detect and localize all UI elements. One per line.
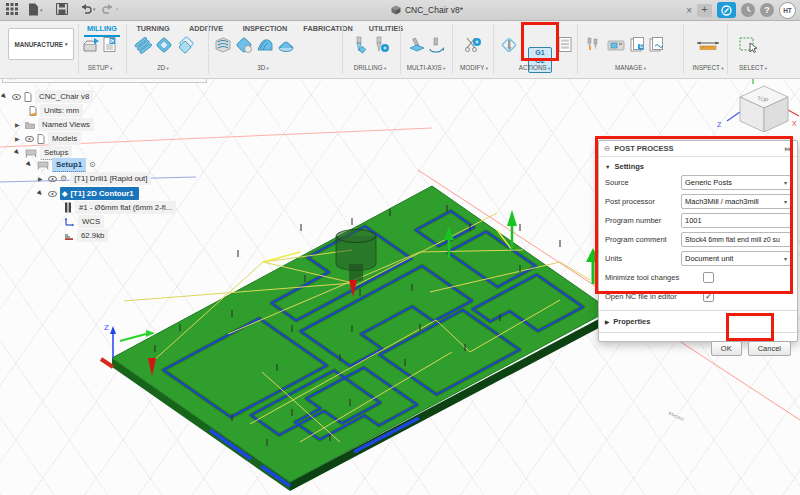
group-label-actions[interactable]: ACTIONS — [512, 64, 557, 71]
2d-pocket-icon[interactable] — [155, 36, 173, 54]
document-tab[interactable]: CNC_Chair v8* — [352, 0, 502, 20]
machine-library-icon[interactable] — [606, 36, 626, 54]
group-label-multi-axis[interactable]: MULTI-AXIS — [402, 64, 450, 71]
user-avatar[interactable]: HT — [779, 2, 796, 19]
tab-utilities[interactable]: UTILITIES — [364, 22, 408, 35]
group-label-select[interactable]: SELECT — [733, 64, 773, 71]
2d-face-icon[interactable] — [134, 36, 152, 54]
dialog-header[interactable]: ⊖ POST PROCESS ▸▸ — [599, 141, 797, 157]
collapsed-caret-icon[interactable]: ▶ — [38, 175, 45, 182]
patterns-icon[interactable] — [648, 36, 664, 54]
tab-milling[interactable]: MILLING — [84, 22, 120, 37]
visibility-eye-icon[interactable] — [48, 191, 57, 197]
tree-label[interactable]: WCS — [78, 215, 104, 228]
minimize-tool-changes-checkbox[interactable] — [703, 272, 714, 283]
group-label-manage[interactable]: MANAGE — [608, 64, 653, 71]
dialog-footer: OK Cancel — [599, 337, 797, 360]
collapse-dialog-icon[interactable]: ▸▸ — [785, 145, 792, 153]
group-label-drilling[interactable]: DRILLING — [346, 64, 394, 71]
nc-editor-icon[interactable] — [557, 36, 573, 54]
tree-row-models[interactable]: ▶ Models — [15, 132, 81, 145]
workspace-selector[interactable]: MANUFACTURE — [8, 28, 74, 60]
expand-caret-icon[interactable]: ▶ — [14, 148, 24, 158]
tree-row-drill1[interactable]: ▶ ⚙ [T1] Drill1 [Rapid out] — [38, 172, 151, 185]
simulate-icon[interactable] — [500, 36, 518, 54]
job-status-clock-icon[interactable] — [741, 3, 755, 17]
program-number-input[interactable]: 1001 — [681, 213, 791, 228]
tree-row-setup1[interactable]: ▶ Setup1 ⊙ — [27, 158, 96, 171]
select-icon[interactable] — [738, 36, 760, 54]
tree-label[interactable]: 62.9kb — [77, 229, 108, 242]
collapsed-caret-icon[interactable]: ▶ — [15, 135, 22, 142]
expand-caret-icon[interactable]: ▶ — [1, 92, 11, 102]
ok-button[interactable]: OK — [711, 341, 742, 356]
tree-row-wcs[interactable]: WCS — [64, 215, 104, 228]
group-label-2d[interactable]: 2D — [148, 64, 178, 71]
redo-icon[interactable]: ▾ — [102, 3, 119, 14]
undo-icon[interactable]: ▾ — [79, 3, 96, 14]
active-setup-radio-icon[interactable]: ⊙ — [89, 160, 96, 169]
visibility-eye-icon[interactable] — [25, 136, 34, 142]
expand-caret-icon[interactable]: ▶ — [26, 160, 36, 170]
help-icon[interactable]: ? — [760, 3, 774, 17]
source-select[interactable]: Generic Posts — [681, 175, 791, 190]
tab-turning[interactable]: TURNING — [134, 22, 172, 35]
2d-chamfer-icon[interactable] — [176, 36, 194, 54]
3d-spiral-icon[interactable] — [277, 36, 295, 54]
tool-library-icon[interactable] — [585, 36, 603, 54]
document-title: CNC_Chair v8* — [405, 5, 463, 15]
trim-toolpath-icon[interactable] — [463, 36, 483, 54]
group-label-setup[interactable]: SETUP — [80, 64, 120, 71]
tree-row-named-views[interactable]: ▶ Named Views — [15, 118, 94, 131]
swarf-icon[interactable] — [408, 36, 426, 54]
tree-row-2d-contour1[interactable]: ▶ ◆ [T1] 2D Contour1 — [38, 187, 139, 200]
app-grid-icon[interactable] — [6, 3, 18, 15]
tab-fabrication[interactable]: FABRICATION — [302, 22, 354, 35]
dialog-menu-icon[interactable]: ⊖ — [604, 144, 610, 153]
tree-label[interactable]: CNC_Chair v8 — [35, 90, 93, 103]
settings-section-header[interactable]: ▼ Settings — [599, 157, 797, 173]
cancel-button[interactable]: Cancel — [748, 341, 791, 356]
group-label-modify[interactable]: MODIFY — [454, 64, 494, 71]
save-icon[interactable] — [56, 3, 68, 15]
tree-row-units[interactable]: Units: mm — [29, 104, 83, 117]
properties-section-header[interactable]: ▶ Properties — [599, 315, 797, 328]
program-comment-input[interactable]: Stock4 6mm flat end mill z0 su — [681, 232, 791, 247]
post-processor-select[interactable]: Mach3Mill / mach3mill — [681, 194, 791, 209]
templates-icon[interactable]: G — [629, 36, 645, 54]
tree-label-selected-operation[interactable]: ◆ [T1] 2D Contour1 — [60, 187, 139, 200]
open-nc-file-checkbox[interactable]: ✓ — [703, 291, 714, 302]
group-label-inspect[interactable]: INSPECT — [688, 64, 728, 71]
3d-steep-shallow-icon[interactable] — [256, 36, 274, 54]
file-menu-icon[interactable]: ▾ — [28, 3, 43, 16]
measure-icon[interactable] — [695, 36, 721, 54]
tab-inspection[interactable]: INSPECTION — [240, 22, 290, 35]
tab-additive[interactable]: ADDITIVE — [186, 22, 226, 35]
expand-caret-icon[interactable]: ▶ — [37, 189, 47, 199]
tree-row-tool[interactable]: #1 - Ø6mm flat (6mm 2-fl... — [64, 201, 176, 214]
drill-icon[interactable] — [350, 36, 368, 54]
tree-label-selected[interactable]: Setup1 — [52, 158, 86, 172]
tree-label[interactable]: Units: mm — [40, 104, 83, 117]
tap-icon[interactable] — [372, 36, 390, 54]
rotary-icon[interactable] — [427, 36, 445, 54]
tree-row-size[interactable]: 62.9kb — [64, 229, 108, 242]
3d-pocket-icon[interactable] — [235, 36, 253, 54]
new-setup-icon[interactable] — [82, 36, 100, 54]
collapsed-caret-icon[interactable]: ▶ — [15, 121, 22, 128]
units-select[interactable]: Document unit — [681, 251, 791, 266]
tree-label[interactable]: #1 - Ø6mm flat (6mm 2-fl... — [75, 201, 176, 214]
visibility-eye-icon[interactable] — [12, 94, 21, 100]
extensions-button[interactable] — [717, 2, 736, 18]
tree-row-document[interactable]: ▶ CNC_Chair v8 — [2, 90, 93, 103]
3d-adaptive-icon[interactable] — [214, 36, 232, 54]
close-tab-icon[interactable]: × — [686, 5, 692, 16]
new-tab-button[interactable]: + — [697, 4, 712, 17]
visibility-eye-icon[interactable] — [48, 176, 57, 182]
tree-label[interactable]: [T1] Drill1 [Rapid out] — [70, 172, 151, 185]
tree-label[interactable]: Models — [48, 132, 81, 145]
tree-label[interactable]: Named Views — [38, 118, 94, 131]
group-label-3d[interactable]: 3D — [248, 64, 278, 71]
setup-sheet-icon[interactable]: G — [101, 36, 119, 54]
section-caret-icon: ▶ — [605, 319, 609, 325]
